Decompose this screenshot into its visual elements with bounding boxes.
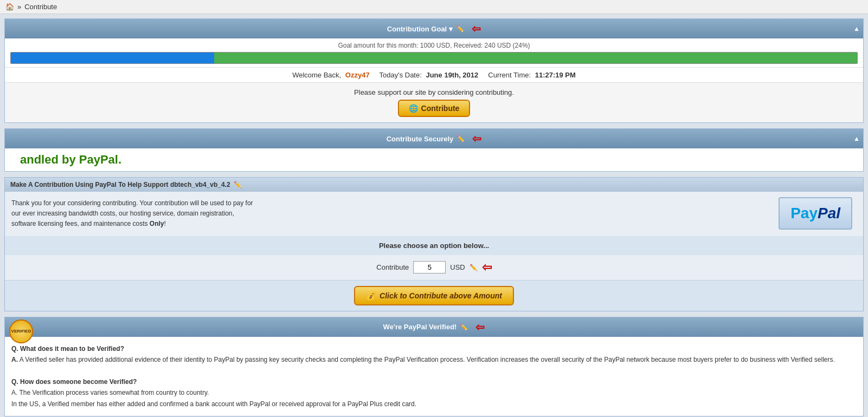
- click-contribute-area: 💰 Click to Contribute above Amount: [5, 280, 863, 311]
- paypal-verified-section: VERIFIED We're PayPal Verified! ✏️ ⇦ VER…: [4, 317, 864, 416]
- verified-a2: A. The Verification process varies somew…: [11, 389, 209, 396]
- paypal-logo-box: PayPal: [779, 197, 852, 230]
- contribute-button[interactable]: 🌐 Contribute: [398, 100, 471, 117]
- collapse-button-2[interactable]: ▲: [853, 135, 860, 142]
- verified-a1: A Verified seller has provided additiona…: [20, 356, 835, 363]
- paypal-logo-pal: Pal: [818, 205, 840, 221]
- time-label: Current Time:: [488, 71, 531, 79]
- contribute-amount-label: Contribute: [376, 263, 409, 271]
- make-contribution-body: Thank you for your considering contribut…: [5, 192, 863, 311]
- welcome-prefix: Welcome Back,: [292, 71, 341, 79]
- paypal-verified-body: Q. What does it mean to be Verified? A. …: [5, 337, 863, 416]
- verified-q1: Q. What does it mean to be Verified?: [11, 345, 124, 353]
- arrow-indicator-4: ⇦: [475, 321, 485, 334]
- pencil-icon-4[interactable]: ✏️: [470, 264, 478, 271]
- welcome-bar: Welcome Back, Ozzy47 Today's Date: June …: [5, 67, 863, 82]
- verified-badge-right: VERIFIED: [9, 320, 33, 343]
- click-contribute-button[interactable]: 💰 Click to Contribute above Amount: [354, 286, 514, 305]
- support-text: Please support our site by considering c…: [10, 88, 858, 96]
- goal-bar-container: Goal amount for this month: 1000 USD, Re…: [5, 38, 863, 67]
- pencil-icon-2[interactable]: ✏️: [456, 135, 465, 142]
- contribution-goal-title: Contribution Goal: [387, 25, 447, 33]
- contribute-securely-section: Contribute Securely ✏️ ⇦ ▲ andled by Pay…: [4, 128, 864, 172]
- click-contribute-label: Click to Contribute above Amount: [380, 291, 502, 300]
- pencil-icon[interactable]: ✏️: [456, 25, 464, 32]
- collapse-button[interactable]: ▲: [853, 25, 860, 32]
- contribute-securely-title: Contribute Securely: [387, 135, 454, 143]
- verified-a3: In the US, a Verified member has either …: [11, 400, 416, 408]
- make-contribution-section: Make A Contribution Using PayPal To Help…: [4, 177, 864, 311]
- contribute-button-label: Contribute: [421, 104, 460, 113]
- arrow-indicator: ⇦: [472, 22, 481, 35]
- contribution-amount-input[interactable]: [413, 261, 446, 273]
- breadcrumb-separator: »: [17, 3, 21, 11]
- make-contribution-title: Make A Contribution Using PayPal To Help…: [10, 181, 230, 188]
- make-contribution-header: Make A Contribution Using PayPal To Help…: [5, 178, 863, 192]
- support-message: Please support our site by considering c…: [5, 82, 863, 122]
- arrow-indicator-3: ⇦: [482, 260, 492, 275]
- progress-bar-fill: [11, 53, 214, 63]
- verified-q2: Q. How does someone become Verified?: [11, 378, 137, 386]
- paypal-handled-text: andled by PayPal.: [12, 147, 129, 172]
- contribution-amount-row: Contribute USD ✏️ ⇦: [5, 255, 863, 280]
- username[interactable]: Ozzy47: [345, 71, 370, 79]
- goal-text: Goal amount for this month: 1000 USD, Re…: [10, 42, 858, 49]
- currency-label: USD: [450, 263, 465, 271]
- contribute-securely-header: Contribute Securely ✏️ ⇦ ▲: [5, 129, 863, 148]
- dropdown-icon: ▾: [449, 25, 453, 33]
- date-label: Today's Date:: [379, 71, 421, 79]
- time-value: 11:27:19 PM: [535, 71, 576, 79]
- arrow-indicator-2: ⇦: [472, 132, 481, 145]
- choose-option-text: Please choose an option below...: [5, 236, 863, 255]
- paypal-handled-container: andled by PayPal.: [5, 148, 863, 171]
- page-title: Contribute: [24, 3, 57, 11]
- pencil-icon-3[interactable]: ✏️: [234, 181, 242, 188]
- coin-icon: 💰: [366, 291, 375, 300]
- paypal-logo-pay: Pay: [790, 205, 818, 221]
- home-icon: 🏠: [5, 3, 14, 11]
- breadcrumb: 🏠 » Contribute: [0, 0, 868, 14]
- paypal-verified-title: We're PayPal Verified!: [383, 323, 457, 331]
- globe-icon: 🌐: [409, 104, 418, 113]
- contribution-description: Thank you for your considering contribut…: [11, 198, 282, 230]
- contribution-description-area: Thank you for your considering contribut…: [5, 192, 863, 236]
- paypal-verified-header: VERIFIED We're PayPal Verified! ✏️ ⇦ VER…: [5, 317, 863, 337]
- contribution-goal-section: Contribution Goal ▾ ✏️ ⇦ ▲ Goal amount f…: [4, 18, 864, 123]
- only-text: Only: [150, 220, 164, 227]
- pencil-icon-5[interactable]: ✏️: [460, 323, 468, 331]
- main-content: Contribution Goal ▾ ✏️ ⇦ ▲ Goal amount f…: [0, 14, 868, 417]
- date-value: June 19th, 2012: [426, 71, 478, 79]
- progress-bar: [10, 52, 858, 64]
- contribution-goal-header: Contribution Goal ▾ ✏️ ⇦ ▲: [5, 19, 863, 38]
